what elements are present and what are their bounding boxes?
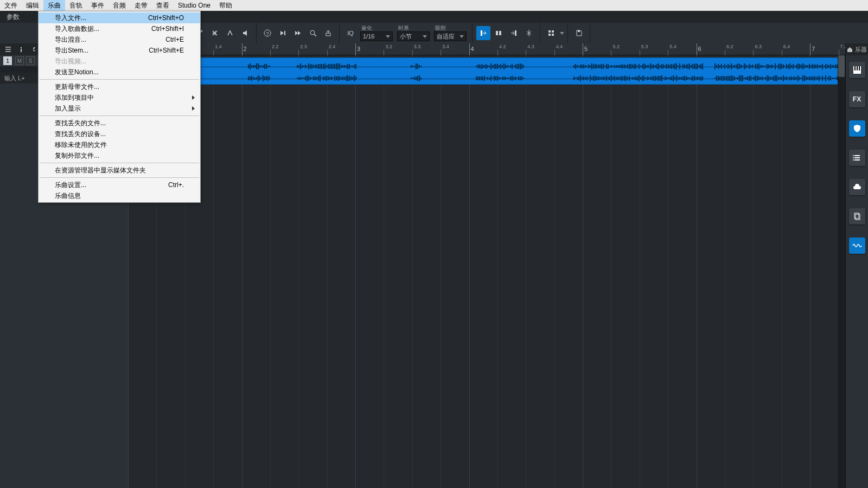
tool-group-save [568,23,590,43]
menu-item[interactable]: 乐曲信息 [39,190,200,201]
home-icon[interactable] [847,47,853,53]
tool-group-snap-opts [473,23,540,43]
listen-tool-icon[interactable] [238,26,252,40]
song-menu-dropdown: 导入文件...Ctrl+Shift+O导入歌曲数据...Ctrl+Shift+I… [38,11,201,203]
zoom-icon[interactable] [306,26,320,40]
audio-clip[interactable] [128,57,840,85]
snap-selector[interactable]: 吸附 自适应 [432,25,469,41]
svg-rect-10 [515,30,516,36]
ruler-minor: 6.4 [782,50,782,55]
ruler[interactable]: 11.21.31.422.22.32.433.23.33.444.24.34.4… [128,43,845,55]
menu-编辑[interactable]: 编辑 [22,0,43,11]
ruler-minor: 5.4 [668,50,668,55]
menu-走带[interactable]: 走带 [130,0,152,11]
menu-item[interactable]: 复制外部文件... [39,150,200,161]
snap-event-icon[interactable] [492,26,506,40]
menu-事件[interactable]: 事件 [87,0,108,11]
grid-view-icon[interactable] [544,26,558,40]
svg-text:?: ? [266,31,269,36]
menu-item[interactable]: 查找丢失的设备... [39,129,200,139]
ruler-minor: 3.4 [441,50,441,55]
menu-icon[interactable] [3,44,13,54]
piano-icon[interactable] [849,62,865,78]
ruler-minor: 7.2 [839,50,839,55]
mute-button[interactable]: M [15,56,24,65]
timebase-selector[interactable]: 时基 小节 [395,25,432,41]
solo-button[interactable]: S [26,56,35,65]
play-ff-icon[interactable] [291,26,305,40]
ruler-minor: 1.4 [213,50,214,55]
menu-音频[interactable]: 音频 [108,0,130,11]
right-panel-label: 乐器 [855,46,867,54]
snap-end-icon[interactable] [507,26,521,40]
menu-item[interactable]: 导入文件...Ctrl+Shift+O [39,12,200,23]
shield-icon[interactable] [849,120,865,137]
cloud-icon[interactable] [849,179,865,195]
svg-point-4 [310,30,315,35]
files-icon[interactable] [849,208,865,224]
fx-icon[interactable]: FX [849,91,865,107]
chevron-down-icon [386,35,390,38]
quantize-selector[interactable]: 量化 1/16 [358,25,395,41]
mute-tool-icon[interactable] [208,26,222,40]
ruler-minor: 2.2 [270,50,271,55]
menu-Studio One[interactable]: Studio One [174,0,215,11]
menu-item[interactable]: 在资源管理器中显示媒体文件夹 [39,165,200,176]
snap-start-icon[interactable] [476,26,490,40]
ruler-major: 3 [355,43,356,55]
menu-item[interactable]: 查找丢失的文件... [39,118,200,129]
list-icon[interactable] [849,150,865,166]
svg-rect-9 [499,31,501,35]
scrollbar-thumb[interactable] [838,55,845,77]
menu-separator [40,115,199,116]
iq-label[interactable]: IQ [343,26,358,40]
scrollbar-vertical[interactable] [838,55,845,488]
chevron-down-icon [423,35,427,38]
svg-rect-21 [857,66,858,70]
menu-查看[interactable]: 查看 [152,0,174,11]
chevron-down-icon[interactable] [560,32,564,35]
timeline[interactable]: 11.21.31.422.22.32.433.23.33.444.24.34.4… [128,43,845,488]
menu-item[interactable]: 导出混音...Ctrl+E [39,34,200,45]
tracks-area[interactable] [128,55,845,488]
ruler-minor: 2.4 [327,50,328,55]
play-next-icon[interactable] [276,26,290,40]
bend-tool-icon[interactable] [223,26,237,40]
wave-icon[interactable] [849,237,865,254]
menu-separator [40,177,199,178]
menu-item[interactable]: 移除未使用的文件 [39,139,200,150]
save-icon[interactable] [572,26,586,40]
svg-rect-8 [496,31,498,35]
menu-帮助[interactable]: 帮助 [215,0,237,11]
ruler-minor: 6.3 [753,50,754,55]
tool-group-nav: ? [257,23,340,43]
menu-item[interactable]: 添加到项目中 [39,92,200,103]
menu-item[interactable]: 乐曲设置...Ctrl+. [39,179,200,190]
menu-乐曲[interactable]: 乐曲 [43,0,65,11]
ruler-minor: 4.2 [497,50,498,55]
svg-rect-17 [21,47,22,48]
ruler-major: 7 [810,43,810,55]
svg-point-23 [853,155,854,156]
help-icon[interactable]: ? [260,26,275,40]
menu-音轨[interactable]: 音轨 [65,0,87,11]
menu-item[interactable]: 导出Stem...Ctrl+Shift+E [39,45,200,56]
svg-rect-20 [854,66,856,70]
snap-cursor-icon[interactable] [522,26,536,40]
export-icon[interactable] [321,26,335,40]
menu-文件[interactable]: 文件 [0,0,22,11]
menubar: 文件编辑乐曲音轨事件音频走带查看Studio One帮助 [0,0,868,11]
menu-item[interactable]: 加入显示 [39,103,200,114]
menu-item[interactable]: 导入歌曲数据...Ctrl+Shift+I [39,23,200,34]
ruler-major: 6 [697,43,697,55]
ruler-minor: 4.4 [554,50,555,55]
svg-rect-13 [552,30,554,33]
menu-item[interactable]: 更新母带文件... [39,81,200,92]
svg-point-24 [853,157,854,158]
info-icon[interactable] [16,44,26,54]
menu-item[interactable]: 发送至Notion... [39,67,200,78]
svg-rect-18 [21,49,22,52]
ruler-minor: 6.2 [725,50,725,55]
track-number: 1 [3,56,12,65]
ruler-major: 5 [583,43,583,55]
